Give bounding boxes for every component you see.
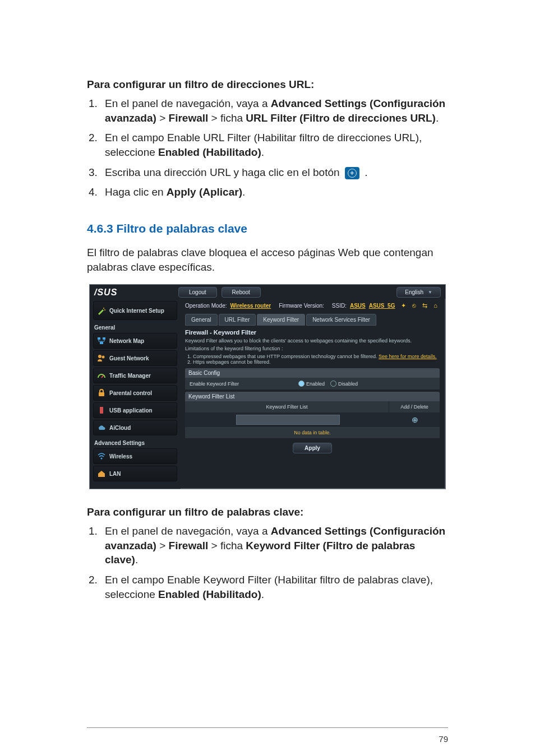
panel-notes: Compressed webpages that use HTTP compre…: [185, 354, 440, 365]
network-icon: [97, 336, 106, 345]
step-2: En el campo Enable URL Filter (Habilitar…: [100, 131, 448, 159]
sidebar-item-usb-application[interactable]: USB application: [93, 402, 177, 418]
step-4: Haga clic en Apply (Aplicar).: [100, 185, 448, 200]
opmode-link[interactable]: Wireless router: [230, 303, 271, 309]
section-body: El filtro de palabras clave bloquea el a…: [87, 245, 448, 275]
svg-point-6: [102, 356, 105, 359]
chevron-down-icon: ▼: [428, 290, 432, 295]
apply-button[interactable]: Apply: [293, 443, 332, 453]
router-ui-screenshot: /SUS Logout Reboot English ▼ Quick Inter…: [89, 284, 446, 489]
sidebar-item-lan[interactable]: LAN: [93, 466, 177, 481]
sidebar-group-advanced: Advanced Settings: [94, 440, 176, 446]
text: .: [436, 112, 439, 124]
status-line: Operation Mode: Wireless router Firmware…: [185, 302, 440, 309]
enabled-radio[interactable]: [298, 381, 305, 387]
sidebar-group-general: General: [94, 324, 176, 331]
language-label: English: [405, 289, 423, 295]
svg-point-5: [98, 355, 102, 358]
fwver-label: Firmware Version:: [279, 303, 324, 309]
text: Compressed webpages that use HTTP compre…: [193, 354, 379, 359]
plus-icon: [345, 167, 359, 179]
users-icon: [97, 354, 106, 363]
tab-general[interactable]: General: [185, 314, 218, 326]
text: >: [156, 540, 169, 551]
sidebar-item-label: LAN: [109, 471, 121, 477]
note-2: Https webpages cannot be filtered.: [193, 359, 440, 365]
text: .: [242, 186, 245, 198]
text: .: [135, 554, 138, 565]
asus-logo: /SUS: [94, 287, 178, 298]
enable-label: Enable Keyword Filter: [190, 381, 293, 387]
language-select[interactable]: English ▼: [396, 287, 441, 298]
text: Apply (Aplicar): [167, 186, 242, 198]
svg-point-10: [101, 458, 103, 460]
section-heading: 4.6.3 Filtro de palabras clave: [87, 222, 448, 235]
text: Enabled (Habilitado): [158, 146, 261, 158]
disabled-text: Disabled: [338, 381, 358, 387]
page-number: 79: [439, 734, 448, 744]
reboot-button[interactable]: Reboot: [222, 287, 261, 298]
text: Escriba una dirección URL y haga clic en…: [105, 166, 343, 178]
text: Enabled (Habilitado): [158, 588, 261, 600]
tab-network-services-filter[interactable]: Network Services Filter: [306, 314, 376, 326]
svg-rect-4: [100, 342, 103, 344]
ssid1-link[interactable]: ASUS: [350, 303, 366, 309]
ssid2-link[interactable]: ASUS_5G: [369, 303, 395, 309]
text: > ficha: [208, 540, 246, 551]
wifi-icon: [97, 452, 106, 461]
keyword-input[interactable]: [236, 415, 340, 425]
text: Firewall: [169, 540, 209, 551]
sidebar-item-label: USB application: [109, 407, 153, 414]
svg-point-0: [103, 308, 104, 309]
sidebar-item-network-map[interactable]: Network Map: [93, 333, 177, 349]
svg-line-7: [102, 375, 103, 378]
sidebar-item-wireless[interactable]: Wireless: [93, 448, 177, 464]
sidebar-item-quick-setup[interactable]: Quick Internet Setup: [93, 301, 177, 320]
step-1: En el panel de navegación, vaya a Advanc…: [100, 524, 448, 567]
keyword-input-row: ⊕: [185, 412, 440, 427]
tab-keyword-filter[interactable]: Keyword Filter: [257, 314, 305, 326]
text: Haga clic en: [105, 186, 167, 198]
text: >: [156, 112, 169, 124]
wand-icon: [97, 306, 106, 315]
add-keyword-button[interactable]: ⊕: [390, 413, 440, 426]
url-filter-steps: En el panel de navegación, vaya a Advanc…: [87, 96, 448, 200]
svg-point-1: [104, 309, 105, 310]
svg-rect-2: [98, 337, 100, 340]
sidebar-item-traffic-manager[interactable]: Traffic Manager: [93, 368, 177, 383]
sidebar-item-aicloud[interactable]: AiCloud: [93, 420, 177, 435]
svg-rect-8: [99, 392, 104, 396]
home-icon: [97, 469, 106, 478]
disabled-radio[interactable]: [330, 381, 336, 387]
text: En el panel de navegación, vaya a: [105, 525, 271, 537]
text: .: [261, 588, 264, 600]
sidebar-item-label: Network Map: [109, 338, 144, 344]
svg-rect-3: [103, 337, 105, 340]
tab-url-filter[interactable]: URL Filter: [219, 314, 256, 326]
panel-limits: Limitations of the keyword filtering fun…: [185, 346, 440, 351]
text: Firewall: [169, 112, 209, 124]
basic-config-header: Basic Config: [185, 368, 440, 378]
sidebar-item-label: AiCloud: [109, 425, 131, 431]
sidebar-item-label: Traffic Manager: [109, 373, 151, 379]
panel-desc: Keyword Filter allows you to block the c…: [185, 338, 440, 344]
see-here-link[interactable]: See here for more details.: [379, 354, 437, 359]
footer-rule: [87, 727, 448, 728]
enable-keyword-row: Enable Keyword Filter Enabled Disabled: [185, 378, 440, 389]
step-2: En el campo Enable Keyword Filter (Habil…: [100, 573, 448, 601]
opmode-label: Operation Mode:: [185, 303, 227, 309]
sidebar-item-parental-control[interactable]: Parental control: [93, 385, 177, 401]
sidebar-item-label: Quick Internet Setup: [109, 308, 164, 314]
lock-icon: [97, 388, 106, 397]
cloud-icon: [97, 423, 106, 432]
url-filter-heading: Para configurar un filtro de direcciones…: [87, 78, 448, 91]
sidebar-item-guest-network[interactable]: Guest Network: [93, 350, 177, 366]
svg-rect-9: [100, 407, 103, 414]
step-1: En el panel de navegación, vaya a Advanc…: [100, 96, 448, 125]
gauge-icon: [97, 371, 106, 380]
text: .: [362, 166, 368, 178]
text: URL Filter (Filtro de direcciones URL): [246, 112, 436, 124]
note-1: Compressed webpages that use HTTP compre…: [193, 354, 440, 359]
logout-button[interactable]: Logout: [178, 287, 217, 298]
text: > ficha: [208, 112, 246, 124]
